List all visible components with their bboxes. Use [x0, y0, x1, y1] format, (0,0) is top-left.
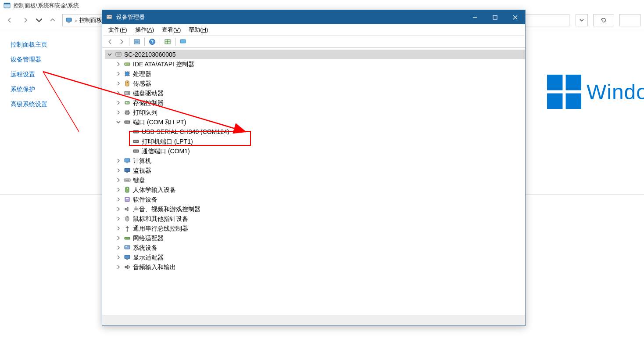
nav-up-button[interactable]: [47, 14, 59, 26]
tree-node[interactable]: 监视器: [105, 166, 525, 175]
tree-node[interactable]: 通用串行总线控制器: [105, 224, 525, 233]
disk-icon: [123, 89, 131, 97]
tree-node[interactable]: 打印机端口 (LPT1): [105, 137, 525, 146]
sidebar-link-advanced[interactable]: 高级系统设置: [11, 101, 101, 108]
tree-root-label: SC-202103060005: [124, 50, 176, 59]
device-tree[interactable]: SC-202103060005 IDE ATA/ATAPI 控制器处理器传感器磁…: [102, 48, 525, 315]
expand-icon[interactable]: [115, 100, 122, 106]
software-icon: [123, 195, 131, 203]
menu-view[interactable]: 查看(V): [158, 25, 184, 35]
device-manager-titlebar[interactable]: 设备管理器: [102, 10, 525, 24]
menu-file[interactable]: 文件(F): [105, 25, 131, 35]
toolbar-help-button[interactable]: [147, 37, 157, 47]
svg-rect-47: [547, 75, 562, 90]
search-input[interactable]: [619, 14, 640, 26]
tree-node[interactable]: 显示适配器: [105, 253, 525, 262]
expand-icon[interactable]: [115, 177, 122, 183]
sidebar-link-home[interactable]: 控制面板主页: [11, 41, 101, 49]
close-button[interactable]: [505, 10, 525, 24]
tree-node-label: 网络适配器: [133, 233, 164, 243]
windows-logo-icon: [547, 75, 581, 109]
control-panel-icon: [4, 2, 11, 9]
expand-icon[interactable]: [115, 245, 122, 251]
sidebar-link-protection[interactable]: 系统保护: [11, 86, 101, 94]
tree-node[interactable]: 传感器: [105, 79, 525, 88]
port-icon: [123, 118, 131, 126]
tree-node[interactable]: 存储控制器: [105, 98, 525, 108]
tree-node-label: 端口 (COM 和 LPT): [133, 117, 186, 127]
tree-node[interactable]: USB-SERIAL CH340 (COM124): [105, 127, 525, 137]
hid-icon: [123, 186, 131, 194]
network-icon: [123, 234, 131, 242]
minimize-button[interactable]: [465, 10, 485, 24]
toolbar-list-button[interactable]: [132, 37, 142, 47]
toolbar-grid-button[interactable]: [162, 37, 173, 47]
expand-icon[interactable]: [115, 158, 122, 164]
tree-node[interactable]: 端口 (COM 和 LPT): [105, 117, 525, 127]
computer-icon: [65, 17, 72, 24]
expand-icon[interactable]: [115, 235, 122, 241]
nav-forward-button[interactable]: [19, 14, 32, 26]
tree-node[interactable]: 软件设备: [105, 195, 525, 204]
sidebar-link-remote[interactable]: 远程设置: [11, 71, 101, 79]
monitor-icon: [123, 166, 131, 174]
tree-node-label: 鼠标和其他指针设备: [133, 214, 188, 224]
device-manager-icon: [106, 14, 113, 21]
expand-icon[interactable]: [115, 167, 122, 173]
tree-node-label: USB-SERIAL CH340 (COM124): [142, 127, 229, 137]
tree-node[interactable]: 系统设备: [105, 243, 525, 253]
divider: [160, 38, 160, 46]
tree-node[interactable]: 打印队列: [105, 108, 525, 117]
tree-node[interactable]: 通信端口 (COM1): [105, 146, 525, 156]
reload-button[interactable]: [593, 14, 614, 26]
sidebar-link-device-manager[interactable]: 设备管理器: [11, 56, 101, 64]
expand-icon[interactable]: [115, 71, 122, 77]
nav-back-button[interactable]: [4, 14, 16, 26]
menu-help[interactable]: 帮助(H): [185, 25, 211, 35]
expand-icon[interactable]: [115, 109, 122, 116]
tree-node[interactable]: 网络适配器: [105, 233, 525, 243]
tree-root-node[interactable]: SC-202103060005: [105, 50, 525, 59]
tree-node-label: 软件设备: [133, 195, 157, 204]
tree-node[interactable]: 鼠标和其他指针设备: [105, 214, 525, 224]
menu-action[interactable]: 操作(A): [132, 25, 157, 35]
tree-node-label: 打印机端口 (LPT1): [142, 137, 193, 146]
tree-node[interactable]: 计算机: [105, 156, 525, 166]
port-icon: [132, 147, 140, 155]
address-dropdown-button[interactable]: [576, 14, 588, 26]
windows-brand: Windo: [547, 75, 644, 109]
expand-icon[interactable]: [115, 80, 122, 87]
tree-node[interactable]: 磁盘驱动器: [105, 88, 525, 98]
tree-node[interactable]: IDE ATA/ATAPI 控制器: [105, 59, 525, 69]
toolbar-forward-button[interactable]: [116, 37, 127, 47]
expand-icon[interactable]: [115, 254, 122, 260]
expand-icon[interactable]: [115, 225, 122, 231]
keyboard-icon: [123, 176, 131, 184]
expand-icon[interactable]: [115, 196, 122, 202]
collapse-icon[interactable]: [107, 51, 113, 58]
toolbar-screen-button[interactable]: [178, 37, 188, 47]
maximize-button[interactable]: [485, 10, 505, 24]
tree-node[interactable]: 人体学输入设备: [105, 185, 525, 195]
tree-node-label: 传感器: [133, 79, 151, 88]
control-panel-title: 控制面板\系统和安全\系统: [13, 2, 79, 10]
tree-node[interactable]: 键盘: [105, 175, 525, 185]
divider: [144, 38, 145, 46]
expand-icon[interactable]: [115, 187, 122, 193]
expand-icon[interactable]: [115, 206, 122, 212]
toolbar: [102, 36, 525, 47]
breadcrumb-item[interactable]: 控制面板: [79, 16, 102, 24]
expand-icon[interactable]: [115, 61, 122, 67]
collapse-icon[interactable]: [115, 119, 122, 125]
tree-node[interactable]: 音频输入和输出: [105, 262, 525, 272]
ide-icon: [123, 60, 131, 68]
expand-icon[interactable]: [115, 216, 122, 222]
expand-icon[interactable]: [115, 90, 122, 96]
nav-recent-dropdown[interactable]: [35, 14, 43, 26]
expand-icon[interactable]: [115, 264, 122, 270]
spacer: [124, 148, 130, 154]
toolbar-back-button[interactable]: [105, 37, 115, 47]
tree-node[interactable]: 处理器: [105, 69, 525, 79]
tree-node-label: 计算机: [133, 156, 151, 166]
tree-node[interactable]: 声音、视频和游戏控制器: [105, 204, 525, 214]
